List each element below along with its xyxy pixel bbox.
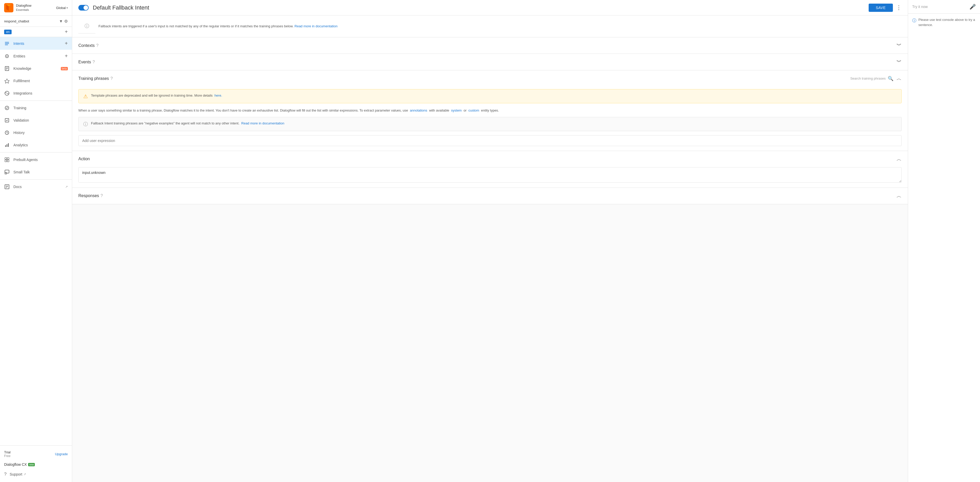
responses-help-icon[interactable]: ? [100,193,103,198]
svg-marker-13 [5,79,9,83]
training-phrases-title: Training phrases [78,76,109,81]
contexts-title: Contexts [78,43,95,48]
responses-section: Responses ? ︿ [72,188,908,204]
sidebar-item-validation[interactable]: Validation [0,114,72,127]
sidebar-item-training-label: Training [13,106,68,110]
responses-section-header[interactable]: Responses ? ︿ [78,188,902,204]
sidebar-item-small-talk[interactable]: Small Talk [0,166,72,178]
svg-rect-11 [6,68,8,69]
cx-new-badge: new [28,463,35,466]
warning-text: Template phrases are deprecated and will… [91,93,222,98]
sidebar-item-intents[interactable]: Intents + [0,37,72,50]
sidebar-header: Dialogflow Essentials Global ▾ [0,0,72,16]
training-phrases-section-header[interactable]: Training phrases ? Search training phras… [78,70,902,87]
action-chevron-icon: ︿ [896,155,902,163]
knowledge-beta-badge: beta [61,67,68,70]
try-now-info: ⓘ Please use test console above to try a… [908,14,980,31]
dialogflow-cx-row: Dialogflow CX new [0,460,72,469]
events-section-header[interactable]: Events ? ︾ [78,54,902,70]
svg-rect-23 [5,160,7,162]
sidebar-item-support-label: Support [10,472,22,476]
sidebar-item-knowledge[interactable]: Knowledge beta [0,62,72,75]
sidebar-item-prebuilt-agents[interactable]: Prebuilt Agents [0,154,72,166]
sidebar-item-validation-label: Validation [13,118,68,122]
sidebar-item-intents-label: Intents [13,41,65,46]
annotations-link[interactable]: annotations [410,108,427,112]
svg-rect-10 [6,68,8,68]
fallback-note-link[interactable]: Read more in documentation [241,121,284,125]
try-now-info-icon: ⓘ [912,17,916,24]
global-chevron-icon: ▾ [67,6,68,9]
language-row: en + [0,27,72,37]
sidebar-item-entities[interactable]: Entities + [0,50,72,62]
action-input[interactable]: input.unknown [78,167,902,182]
training-phrases-help-icon[interactable]: ? [111,76,113,81]
global-selector[interactable]: Global ▾ [56,6,68,10]
entities-icon [4,53,10,59]
sidebar-item-training[interactable]: Training [0,102,72,114]
add-expression-input[interactable] [78,135,902,146]
svg-rect-25 [5,170,9,173]
language-badge[interactable]: en [4,30,11,34]
svg-rect-19 [7,144,8,147]
intent-title: Default Fallback Intent [93,5,869,11]
sidebar-item-docs-label: Docs [13,185,64,189]
try-now-header: Try it now 🎤 [908,0,980,14]
sidebar-item-entities-label: Entities [13,54,65,58]
contexts-section-header[interactable]: Contexts ? ︾ [78,37,902,54]
svg-rect-18 [5,145,6,147]
fallback-info-text: Fallback intents are triggered if a user… [99,24,294,29]
contexts-section: Contexts ? ︾ [72,37,908,54]
warning-icon: ⚠ [83,93,88,100]
save-button[interactable]: SAVE [869,3,893,12]
trial-info: Trial Free [4,450,11,458]
upgrade-button[interactable]: Upgrade [55,452,68,456]
sidebar-bottom: Trial Free Upgrade Dialogflow CX new ? S… [0,446,72,482]
history-icon [4,130,10,135]
docs-external-icon: ↗ [65,185,68,189]
action-section-header[interactable]: Action ︿ [78,151,902,167]
events-help-icon[interactable]: ? [92,60,95,64]
add-entity-icon[interactable]: + [65,53,68,59]
warning-link[interactable]: here. [215,94,222,97]
fallback-info-bar: ⓘ Fallback intents are triggered if a us… [72,16,908,37]
custom-link[interactable]: custom [468,108,479,112]
mic-icon[interactable]: 🎤 [969,3,976,10]
sidebar-item-analytics-label: Analytics [13,143,68,147]
agent-dropdown-icon[interactable]: ▾ [60,18,62,24]
sidebar-item-analytics[interactable]: Analytics [0,139,72,151]
training-phrases-warning: ⚠ Template phrases are deprecated and wi… [78,89,902,103]
contexts-help-icon[interactable]: ? [96,43,99,48]
dialogflow-logo [4,3,13,13]
sidebar-item-support[interactable]: ? Support ↗ [0,469,72,479]
search-icon[interactable]: 🔍 [888,76,893,81]
sidebar-item-docs[interactable]: Docs ↗ [0,181,72,193]
fallback-info-link[interactable]: Read more in documentation [294,24,338,29]
svg-rect-24 [7,160,9,162]
small-talk-icon [4,169,10,175]
sidebar-item-prebuilt-agents-label: Prebuilt Agents [13,158,68,162]
sidebar-item-fulfillment[interactable]: Fulfillment [0,75,72,87]
trial-row: Trial Free Upgrade [0,448,72,460]
intent-toggle[interactable] [78,5,89,11]
try-now-placeholder[interactable]: Try it now [912,5,969,9]
contexts-chevron-icon: ︾ [896,42,902,49]
add-language-icon[interactable]: + [65,29,68,35]
system-link[interactable]: system [451,108,461,112]
intent-content: ⓘ Fallback intents are triggered if a us… [72,16,908,482]
sidebar-item-integrations[interactable]: Integrations [0,87,72,100]
more-options-button[interactable]: ⋮ [896,5,902,11]
try-now-info-text: Please use test console above to try a s… [918,17,976,27]
validation-icon [4,117,10,123]
responses-title: Responses [78,193,99,198]
nav-divider-1 [0,100,72,101]
add-intent-icon[interactable]: + [65,40,68,46]
topbar: Default Fallback Intent SAVE ⋮ [72,0,908,16]
svg-rect-22 [7,158,9,160]
events-title: Events [78,60,91,64]
sidebar-item-history[interactable]: History [0,127,72,139]
prebuilt-agents-icon [4,157,10,163]
training-icon [4,105,10,111]
agent-settings-icon[interactable]: ⚙ [64,19,68,24]
sidebar-item-history-label: History [13,131,68,135]
